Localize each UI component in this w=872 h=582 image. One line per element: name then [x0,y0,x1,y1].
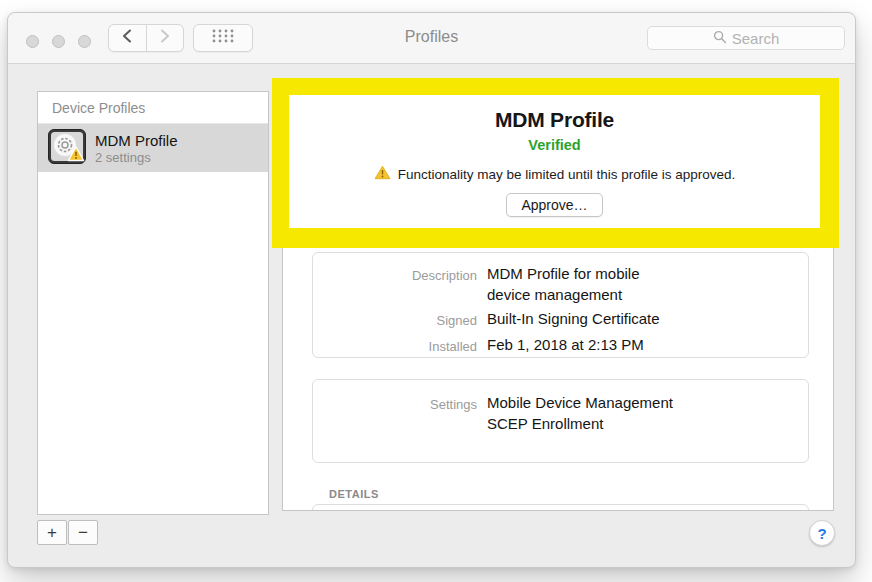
profile-icon [48,129,86,168]
close-window-button[interactable] [26,35,39,48]
forward-button[interactable] [146,24,185,52]
profile-title: MDM Profile [495,108,614,132]
sidebar-item-mdm-profile[interactable]: MDM Profile 2 settings [38,124,268,172]
info-value-installed: Feb 1, 2018 at 2:13 PM [487,334,794,357]
sidebar-item-subtitle: 2 settings [95,150,178,166]
profile-approval-header: MDM Profile Verified Functionality may b… [289,95,820,228]
sidebar-item-title: MDM Profile [95,131,178,150]
zoom-window-button[interactable] [78,35,91,48]
settings-value-mdm: Mobile Device Management [487,392,794,413]
info-value-description: MDM Profile for mobile device management [487,263,667,305]
info-label-installed: Installed [327,334,477,357]
settings-value-scep: SCEP Enrollment [487,413,794,434]
search-icon [713,30,727,47]
settings-label: Settings [327,392,477,434]
traffic-lights [26,35,91,48]
highlight-annotation-box: MDM Profile Verified Functionality may b… [272,78,839,248]
nav-buttons [108,24,184,52]
approval-warning-text: Functionality may be limited until this … [398,167,736,182]
info-label-description: Description [327,263,477,305]
minimize-window-button[interactable] [52,35,65,48]
toolbar: Profiles Search [8,13,855,64]
search-input[interactable]: Search [647,26,845,50]
profiles-sidebar: Device Profiles [37,91,269,515]
profile-info-card: Description MDM Profile for mobile devic… [312,252,809,358]
sidebar-section-header: Device Profiles [38,92,268,124]
back-button[interactable] [108,24,147,52]
approve-button[interactable]: Approve… [506,193,602,217]
help-button[interactable]: ? [809,520,835,546]
grid-icon [210,27,236,49]
preferences-window: Profiles Search Device Profiles [7,12,856,568]
info-value-signed: Built-In Signing Certificate [487,308,794,331]
chevron-left-icon [121,28,133,48]
search-placeholder: Search [732,30,780,47]
add-profile-button[interactable]: + [37,520,67,545]
profile-settings-card: Settings Mobile Device Management SCEP E… [312,379,809,463]
info-label-signed: Signed [327,308,477,331]
remove-profile-button[interactable]: − [68,520,98,545]
verified-status-badge: Verified [528,137,580,153]
details-card-partial [312,504,809,511]
details-section-header: DETAILS [329,488,379,500]
chevron-right-icon [159,28,171,48]
show-all-button[interactable] [193,24,253,52]
screenshot-stage: Profiles Search Device Profiles [0,0,872,582]
list-edit-controls: + − [37,520,98,545]
warning-icon [374,165,391,183]
